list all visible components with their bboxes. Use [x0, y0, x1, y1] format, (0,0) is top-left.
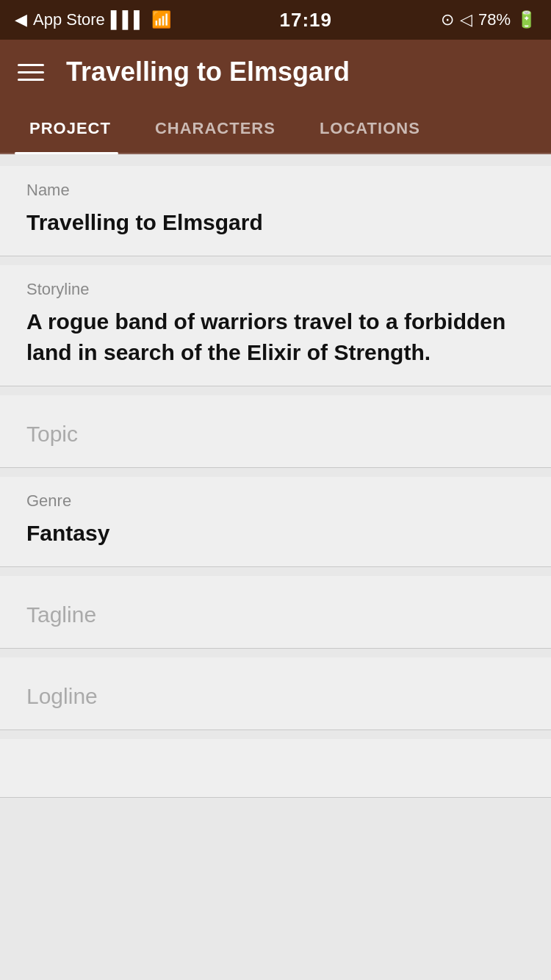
content-area: Name Travelling to Elmsgard Storyline A … — [0, 154, 551, 818]
wifi-icon: 📶 — [151, 10, 171, 29]
location-icon: ⊙ — [441, 10, 454, 29]
status-right: ⊙ ◁ 78% 🔋 — [441, 10, 536, 29]
gps-icon: ◁ — [460, 10, 472, 29]
field-tagline-placeholder: Tagline — [26, 602, 525, 627]
tab-locations[interactable]: LOCATIONS — [298, 104, 442, 153]
header-title: Travelling to Elmsgard — [66, 57, 350, 87]
status-left: ◀ App Store ▌▌▌ 📶 — [15, 10, 171, 29]
field-genre-label: Genre — [26, 491, 525, 511]
signal-icon: ▌▌▌ — [111, 10, 145, 29]
field-logline[interactable]: Logline — [0, 657, 551, 730]
field-topic[interactable]: Topic — [0, 395, 551, 468]
field-name[interactable]: Name Travelling to Elmsgard — [0, 166, 551, 256]
field-genre-value: Fantasy — [26, 518, 525, 549]
field-extra[interactable] — [0, 739, 551, 798]
field-name-value: Travelling to Elmsgard — [26, 207, 525, 238]
field-storyline[interactable]: Storyline A rogue band of warriors trave… — [0, 265, 551, 386]
tab-characters[interactable]: CHARACTERS — [133, 104, 298, 153]
hamburger-line-1 — [18, 64, 44, 66]
field-topic-placeholder: Topic — [26, 422, 525, 447]
field-tagline[interactable]: Tagline — [0, 576, 551, 649]
tab-bar: PROJECT CHARACTERS LOCATIONS — [0, 104, 551, 154]
back-arrow-icon: ◀ — [15, 10, 27, 29]
status-bar: ◀ App Store ▌▌▌ 📶 17:19 ⊙ ◁ 78% 🔋 — [0, 0, 551, 40]
field-logline-placeholder: Logline — [26, 684, 525, 709]
field-genre[interactable]: Genre Fantasy — [0, 477, 551, 567]
status-time: 17:19 — [280, 9, 333, 32]
carrier-label: App Store — [33, 10, 105, 29]
battery-icon: 🔋 — [516, 10, 536, 29]
app-header: Travelling to Elmsgard — [0, 40, 551, 104]
hamburger-line-3 — [18, 79, 44, 81]
battery-label: 78% — [478, 10, 511, 29]
field-storyline-label: Storyline — [26, 280, 525, 299]
hamburger-line-2 — [18, 71, 44, 73]
tab-project[interactable]: PROJECT — [0, 104, 133, 153]
field-name-label: Name — [26, 181, 525, 200]
field-storyline-value: A rogue band of warriors travel to a for… — [26, 306, 525, 368]
menu-button[interactable] — [18, 64, 44, 81]
